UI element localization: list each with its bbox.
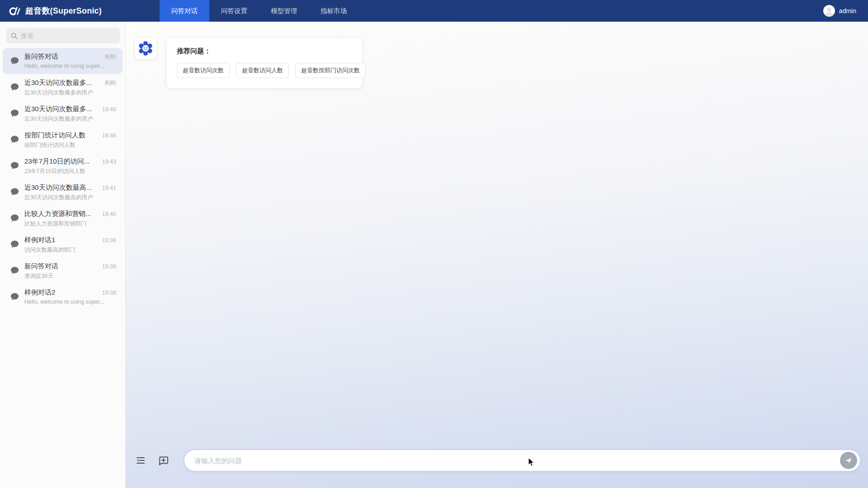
conversation-list-item[interactable]: 新问答对话 刚刚 Hello, welcome to using super..… <box>3 48 123 74</box>
search-icon <box>11 33 18 39</box>
conversation-subtitle: Hello, welcome to using super... <box>24 63 113 69</box>
nav-tab-2[interactable]: 问答设置 <box>209 0 259 22</box>
atom-bot-icon <box>137 40 154 57</box>
conversation-subtitle: 比较人力资源和营销部门 <box>24 220 113 228</box>
conversation-list-item[interactable]: 近30天访问次数最高... 19:41 近30天访问次数最高的用户 <box>3 179 123 205</box>
conversation-subtitle: 23年7月10日的访问人数 <box>24 168 113 175</box>
send-button[interactable] <box>840 452 857 469</box>
paper-plane-icon <box>844 456 853 465</box>
chat-bubble-icon <box>10 214 19 225</box>
conversation-subtitle: 查询近30天 <box>24 272 113 280</box>
recommended-question-button[interactable]: 超音数按部门访问次数 <box>295 63 366 78</box>
recommended-questions-card: 推荐问题： 超音数访问次数 超音数访问人数 超音数按部门访问次数 <box>166 38 363 89</box>
recommended-question-button[interactable]: 超音数访问人数 <box>236 63 289 78</box>
username-label: admin <box>839 7 856 14</box>
nav-tab-4[interactable]: 指标市场 <box>309 0 359 22</box>
conversation-time: 刚刚 <box>105 80 116 87</box>
user-avatar[interactable] <box>823 5 835 17</box>
collapse-history-icon[interactable] <box>135 455 146 466</box>
conversation-subtitle: 按部门统计访问人数 <box>24 141 113 149</box>
chat-bubble-icon <box>10 135 19 146</box>
chat-bubble-icon <box>10 56 19 67</box>
question-input[interactable] <box>194 457 840 465</box>
conversation-time: 19:46 <box>102 132 116 139</box>
conversation-time: 19:41 <box>102 185 116 191</box>
conversation-subtitle: 近30天访问次数最高的用户 <box>24 194 113 202</box>
brand: 超音数(SuperSonic) <box>0 4 102 18</box>
conversation-list-item[interactable]: 23年7月10日的访问... 19:43 23年7月10日的访问人数 <box>3 153 123 179</box>
chat-bubble-icon <box>10 188 19 198</box>
chat-bubble-icon <box>10 109 19 120</box>
conversation-sidebar: 新问答对话 刚刚 Hello, welcome to using super..… <box>0 22 126 488</box>
conversation-title: 新问答对话 <box>24 262 58 271</box>
header-user-area[interactable]: admin <box>823 5 868 17</box>
conversation-list-item[interactable]: 新问答对话 19:38 查询近30天 <box>3 258 123 284</box>
conversation-title: 23年7月10日的访问... <box>24 157 90 166</box>
app-title: 超音数(SuperSonic) <box>25 5 102 16</box>
chat-bubble-icon <box>10 83 19 94</box>
conversation-title: 按部门统计访问人数 <box>24 131 85 140</box>
conversation-list-item[interactable]: 样例对话1 19:38 访问次数最高的部门 <box>3 231 123 258</box>
conversation-time: 19:38 <box>102 237 116 244</box>
assistant-avatar <box>135 38 156 59</box>
conversation-subtitle: 近30天访问次数最多的用户 <box>24 115 113 123</box>
conversation-list-item[interactable]: 近30天访问次数最多... 刚刚 近30天访问次数最多的用户 <box>3 74 123 100</box>
conversation-subtitle: 近30天访问次数最多的用户 <box>24 89 113 97</box>
conversation-time: 19:38 <box>102 263 116 270</box>
conversation-title: 样例对话1 <box>24 236 55 244</box>
conversation-subtitle: Hello, welcome to using super... <box>24 299 113 305</box>
conversation-title: 近30天访问次数最高... <box>24 183 92 192</box>
conversation-list-item[interactable]: 近30天访问次数最多... 19:48 近30天访问次数最多的用户 <box>3 100 123 127</box>
conversation-subtitle: 访问次数最高的部门 <box>24 246 113 254</box>
conversation-time: 19:38 <box>102 290 116 296</box>
conversation-title: 近30天访问次数最多... <box>24 79 92 87</box>
chat-main-area: 推荐问题： 超音数访问次数 超音数访问人数 超音数按部门访问次数 <box>126 22 868 488</box>
recommended-questions-label: 推荐问题： <box>177 47 352 56</box>
conversation-title: 样例对话2 <box>24 288 55 297</box>
question-input-pill[interactable] <box>184 449 861 472</box>
conversation-time: 刚刚 <box>105 53 116 61</box>
conversation-time: 19:43 <box>102 159 116 165</box>
chat-bubble-icon <box>10 161 19 172</box>
nav-tabs: 问答对话 问答设置 模型管理 指标市场 <box>160 0 359 22</box>
conversation-title: 新问答对话 <box>24 52 58 61</box>
conversation-list-item[interactable]: 按部门统计访问人数 19:46 按部门统计访问人数 <box>3 127 123 153</box>
recommended-questions-row: 超音数访问次数 超音数访问人数 超音数按部门访问次数 <box>177 63 352 78</box>
app-header: 超音数(SuperSonic) 问答对话 问答设置 模型管理 指标市场 admi… <box>0 0 868 22</box>
search-input[interactable] <box>21 32 115 39</box>
conversation-search[interactable] <box>6 28 120 43</box>
conversation-list-item[interactable]: 样例对话2 19:38 Hello, welcome to using supe… <box>3 284 123 310</box>
conversation-list: 新问答对话 刚刚 Hello, welcome to using super..… <box>0 48 125 310</box>
conversation-title: 近30天访问次数最多... <box>24 105 92 113</box>
nav-tab-3[interactable]: 模型管理 <box>259 0 309 22</box>
conversation-title: 比较人力资源和营销... <box>24 210 91 218</box>
nav-tab-1[interactable]: 问答对话 <box>160 0 209 22</box>
conversation-list-item[interactable]: 比较人力资源和营销... 19:40 比较人力资源和营销部门 <box>3 205 123 231</box>
conversation-time: 19:48 <box>102 106 116 113</box>
chat-bubble-icon <box>10 292 19 303</box>
recommended-question-button[interactable]: 超音数访问次数 <box>177 63 230 78</box>
new-conversation-icon[interactable] <box>157 455 169 466</box>
supersonic-logo-icon <box>7 4 21 18</box>
conversation-time: 19:40 <box>102 211 116 217</box>
composer-bar <box>135 449 861 472</box>
chat-bubble-icon <box>10 240 19 251</box>
assistant-message-row: 推荐问题： 超音数访问次数 超音数访问人数 超音数按部门访问次数 <box>135 38 363 89</box>
chat-bubble-icon <box>10 266 19 277</box>
